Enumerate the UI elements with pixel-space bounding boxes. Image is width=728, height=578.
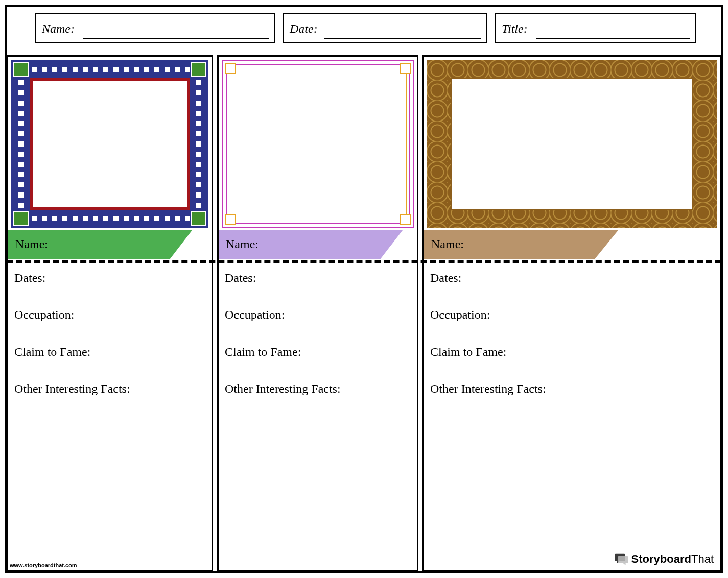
brand-logo: StoryboardThat [614, 552, 714, 566]
field-dates: Dates: [225, 271, 412, 284]
field-occupation: Occupation: [14, 308, 206, 321]
field-other: Other Interesting Facts: [225, 382, 412, 395]
name-banner-2[interactable]: Name: [219, 230, 403, 259]
bio-card-3: Name: Dates: Occupation: Claim to Fame: … [422, 55, 721, 571]
fields-1: Dates: Occupation: Claim to Fame: Other … [14, 271, 206, 555]
field-claim: Claim to Fame: [14, 345, 206, 358]
header-name-label: Name: [42, 22, 75, 36]
field-occupation: Occupation: [430, 308, 715, 321]
brand-light: That [691, 552, 714, 565]
header-strip: Name: Date: Title: [7, 7, 721, 55]
footer-url: www.storyboardthat.com [10, 562, 77, 568]
field-other: Other Interesting Facts: [14, 382, 206, 395]
field-claim: Claim to Fame: [225, 345, 412, 358]
header-name-box[interactable]: Name: [35, 13, 275, 43]
header-date-box[interactable]: Date: [283, 13, 487, 43]
picture-frame-classic [11, 60, 208, 228]
name-banner-3[interactable]: Name: [424, 230, 618, 259]
name-banner-label: Name: [431, 237, 464, 251]
fields-3: Dates: Occupation: Claim to Fame: Other … [430, 271, 715, 555]
worksheet-page: Name: Date: Title: Name: Dates: [5, 5, 723, 573]
bio-card-2: Name: Dates: Occupation: Claim to Fame: … [217, 55, 418, 571]
picture-frame-ornate [427, 60, 717, 228]
bio-card-1: Name: Dates: Occupation: Claim to Fame: … [7, 55, 213, 571]
header-title-label: Title: [502, 22, 528, 36]
field-occupation: Occupation: [225, 308, 412, 321]
header-date-line [324, 38, 481, 39]
header-name-line [83, 38, 269, 39]
field-claim: Claim to Fame: [430, 345, 715, 358]
name-banner-1[interactable]: Name: [8, 230, 192, 259]
header-title-line [536, 38, 690, 39]
field-dates: Dates: [14, 271, 206, 284]
field-dates: Dates: [430, 271, 715, 284]
picture-frame-thin [222, 60, 414, 228]
header-title-box[interactable]: Title: [495, 13, 696, 43]
name-banner-label: Name: [15, 237, 48, 251]
speech-bubble-icon [614, 553, 628, 565]
field-other: Other Interesting Facts: [430, 382, 715, 395]
name-banner-label: Name: [226, 237, 259, 251]
header-date-label: Date: [290, 22, 318, 36]
brand-strong: Storyboard [631, 552, 691, 565]
fields-2: Dates: Occupation: Claim to Fame: Other … [225, 271, 412, 555]
